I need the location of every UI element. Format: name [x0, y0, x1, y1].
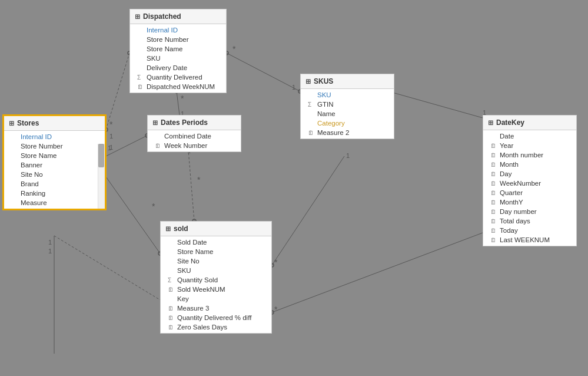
field-row-datekey-0[interactable]: Date	[483, 131, 576, 141]
table-header-dispatched[interactable]: ⊞Dispatched	[130, 9, 226, 24]
table-header-dates_periods[interactable]: ⊞Dates Periods	[148, 116, 241, 130]
svg-text:*: *	[274, 258, 278, 267]
field-row-datekey-1[interactable]: 🗓Year	[483, 141, 576, 150]
table-title-skus: SKUS	[314, 77, 333, 85]
svg-text:*: *	[181, 94, 184, 103]
field-row-datekey-7[interactable]: 🗓MonthY	[483, 197, 576, 207]
svg-text:1: 1	[48, 248, 52, 255]
field-row-stores-0[interactable]: Internal ID	[4, 132, 97, 141]
field-row-stores-4[interactable]: Site No	[4, 170, 97, 179]
field-row-stores-1[interactable]: Store Number	[4, 141, 97, 151]
field-row-dispatched-0[interactable]: Internal ID	[130, 25, 226, 35]
table-body-datekey: Date🗓Year🗓Month number🗓Month🗓Day🗓WeekNum…	[483, 130, 576, 246]
table-header-stores[interactable]: ⊞Stores	[4, 116, 105, 131]
field-name-dates_periods-0: Combined Date	[164, 133, 211, 140]
field-row-stores-6[interactable]: Ranking	[4, 189, 97, 198]
field-row-skus-4[interactable]: 🗓Measure 2	[301, 128, 394, 137]
svg-text:1: 1	[292, 84, 295, 91]
field-row-datekey-3[interactable]: 🗓Month	[483, 160, 576, 169]
field-row-sold-4[interactable]: ΣQuantity Sold	[161, 275, 271, 285]
field-row-dispatched-3[interactable]: SKU	[130, 54, 226, 63]
field-name-datekey-5: WeekNumber	[500, 180, 541, 187]
field-row-dates_periods-0[interactable]: Combined Date	[148, 131, 241, 141]
field-row-skus-3[interactable]: Category	[301, 118, 394, 128]
field-name-skus-3: Category	[317, 120, 345, 127]
field-row-stores-2[interactable]: Store Name	[4, 151, 97, 160]
table-icon-dispatched: ⊞	[135, 13, 140, 21]
field-name-sold-9: Zero Sales Days	[177, 324, 227, 331]
field-row-stores-3[interactable]: Banner	[4, 160, 97, 170]
field-row-sold-2[interactable]: Site No	[161, 256, 271, 266]
field-name-stores-0: Internal ID	[21, 133, 52, 140]
field-name-skus-2: Name	[317, 110, 335, 117]
svg-text:*: *	[197, 175, 201, 184]
svg-text:*: *	[274, 305, 278, 314]
field-name-stores-6: Ranking	[21, 190, 45, 197]
field-row-datekey-6[interactable]: 🗓Quarter	[483, 188, 576, 197]
field-name-datekey-4: Day	[500, 170, 511, 177]
scrollbar-stores[interactable]	[98, 144, 105, 209]
field-row-sold-5[interactable]: 🗓Sold WeekNUM	[161, 285, 271, 294]
field-row-datekey-2[interactable]: 🗓Month number	[483, 150, 576, 160]
svg-line-37	[272, 233, 483, 312]
field-row-sold-7[interactable]: 🗓Measure 3	[161, 304, 271, 313]
field-row-sold-8[interactable]: 🗓Quantity Delivered % diff	[161, 313, 271, 322]
field-icon-datekey-6: 🗓	[490, 190, 497, 196]
svg-text:1: 1	[346, 152, 350, 159]
table-body-skus: SKUΣGTINNameCategory🗓Measure 2	[301, 89, 394, 138]
field-row-dispatched-5[interactable]: ΣQuantity Delivered	[130, 72, 226, 82]
field-row-dispatched-1[interactable]: Store Number	[130, 35, 226, 44]
table-header-datekey[interactable]: ⊞DateKey	[483, 116, 576, 130]
field-name-sold-1: Store Name	[177, 248, 213, 255]
field-row-skus-0[interactable]: SKU	[301, 90, 394, 100]
field-row-skus-1[interactable]: ΣGTIN	[301, 100, 394, 109]
table-body-sold: Sold DateStore NameSite NoSKUΣQuantity S…	[161, 236, 271, 333]
field-name-sold-2: Site No	[177, 258, 200, 265]
field-name-dates_periods-1: Week Number	[164, 142, 207, 149]
table-header-skus[interactable]: ⊞SKUS	[301, 74, 394, 89]
field-name-datekey-11: Last WEEKNUM	[500, 236, 550, 243]
table-icon-datekey: ⊞	[488, 119, 493, 127]
svg-line-10	[227, 53, 300, 91]
field-name-dispatched-0: Internal ID	[147, 27, 178, 34]
field-row-dispatched-4[interactable]: Delivery Date	[130, 63, 226, 72]
field-icon-datekey-1: 🗓	[490, 143, 497, 149]
field-row-dispatched-2[interactable]: Store Name	[130, 44, 226, 54]
field-row-dispatched-6[interactable]: 🗓Dispatched WeekNUM	[130, 82, 226, 91]
table-body-dates_periods: Combined Date🗓Week Number	[148, 130, 241, 151]
field-row-datekey-5[interactable]: 🗓WeekNumber	[483, 179, 576, 188]
field-row-datekey-11[interactable]: 🗓Last WEEKNUM	[483, 235, 576, 245]
field-name-stores-7: Measure	[21, 199, 47, 206]
field-name-sold-4: Quantity Sold	[177, 276, 218, 283]
field-name-stores-4: Site No	[21, 171, 43, 178]
field-name-dispatched-2: Store Name	[147, 45, 182, 52]
field-name-dispatched-5: Quantity Delivered	[147, 74, 202, 81]
table-title-sold: sold	[174, 225, 188, 233]
scrollbar-thumb-stores	[98, 144, 104, 167]
field-row-datekey-10[interactable]: 🗓Today	[483, 226, 576, 235]
field-row-stores-5[interactable]: Brand	[4, 179, 97, 189]
field-row-datekey-4[interactable]: 🗓Day	[483, 169, 576, 179]
svg-line-19	[106, 136, 147, 156]
field-row-datekey-8[interactable]: 🗓Day number	[483, 207, 576, 216]
svg-line-22	[388, 91, 483, 118]
field-row-datekey-9[interactable]: 🗓Total days	[483, 216, 576, 226]
svg-text:1: 1	[109, 144, 113, 151]
field-row-sold-0[interactable]: Sold Date	[161, 238, 271, 247]
field-name-datekey-7: MonthY	[500, 199, 523, 206]
field-row-skus-2[interactable]: Name	[301, 109, 394, 118]
field-row-sold-3[interactable]: SKU	[161, 266, 271, 275]
field-row-dates_periods-1[interactable]: 🗓Week Number	[148, 141, 241, 150]
svg-line-0	[106, 53, 129, 130]
field-name-sold-3: SKU	[177, 267, 191, 274]
field-row-sold-6[interactable]: Key	[161, 294, 271, 304]
table-header-sold[interactable]: ⊞sold	[161, 222, 271, 236]
table-title-dates_periods: Dates Periods	[161, 118, 208, 127]
field-row-sold-1[interactable]: Store Name	[161, 247, 271, 256]
svg-line-29	[106, 177, 160, 253]
field-name-sold-7: Measure 3	[177, 305, 209, 312]
field-row-stores-7[interactable]: Measure	[4, 198, 97, 207]
field-icon-datekey-3: 🗓	[490, 161, 497, 168]
field-icon-skus-1: Σ	[308, 101, 315, 108]
field-row-sold-9[interactable]: 🗓Zero Sales Days	[161, 322, 271, 332]
